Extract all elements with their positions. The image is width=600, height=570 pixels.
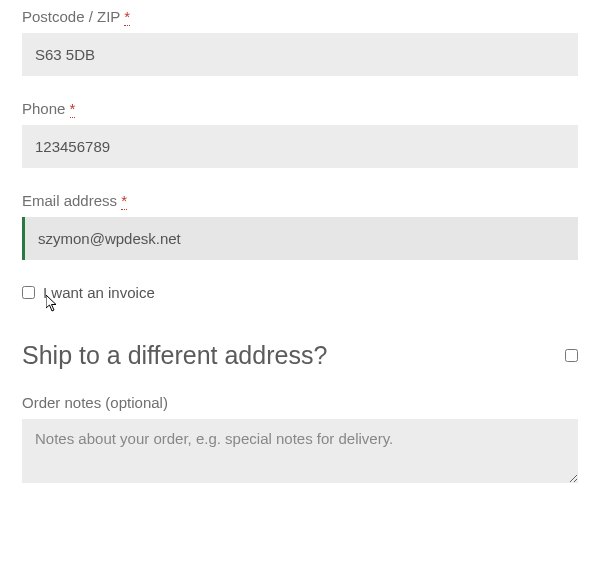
- email-input[interactable]: [22, 217, 578, 260]
- required-asterisk: *: [121, 192, 127, 210]
- order-notes-label: Order notes (optional): [22, 394, 578, 411]
- order-notes-textarea[interactable]: [22, 419, 578, 483]
- invoice-checkbox-label[interactable]: I want an invoice: [43, 284, 155, 301]
- ship-heading: Ship to a different address?: [22, 341, 327, 370]
- postcode-label: Postcode / ZIP *: [22, 8, 578, 25]
- required-asterisk: *: [124, 8, 130, 26]
- phone-field-group: Phone *: [22, 100, 578, 168]
- email-label: Email address *: [22, 192, 578, 209]
- email-label-text: Email address: [22, 192, 117, 209]
- ship-checkbox[interactable]: [565, 349, 578, 362]
- invoice-checkbox[interactable]: [22, 286, 35, 299]
- postcode-input[interactable]: [22, 33, 578, 76]
- postcode-label-text: Postcode / ZIP: [22, 8, 120, 25]
- phone-input[interactable]: [22, 125, 578, 168]
- ship-heading-row: Ship to a different address?: [22, 341, 578, 370]
- required-asterisk: *: [70, 100, 76, 118]
- postcode-field-group: Postcode / ZIP *: [22, 8, 578, 76]
- phone-label: Phone *: [22, 100, 578, 117]
- invoice-checkbox-row: I want an invoice: [22, 284, 578, 301]
- phone-label-text: Phone: [22, 100, 65, 117]
- order-notes-field-group: Order notes (optional): [22, 394, 578, 487]
- email-field-group: Email address *: [22, 192, 578, 260]
